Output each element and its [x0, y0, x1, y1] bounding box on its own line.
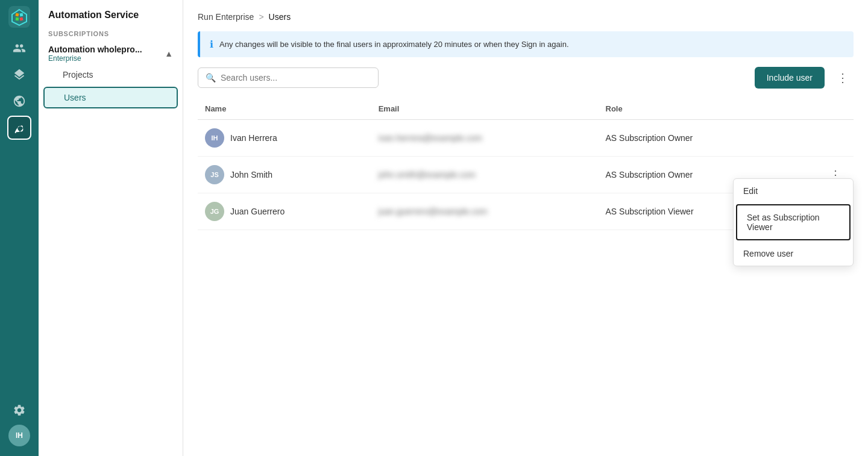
- search-box[interactable]: 🔍: [198, 67, 379, 88]
- breadcrumb-parent[interactable]: Run Enterprise: [198, 12, 254, 22]
- col-header-role: Role: [599, 98, 787, 120]
- col-header-email: Email: [371, 98, 599, 120]
- user-name-cell: JS John Smith: [198, 157, 371, 193]
- svg-rect-4: [16, 17, 19, 20]
- include-user-button[interactable]: Include user: [755, 67, 825, 89]
- nav-icon-cube[interactable]: [7, 116, 31, 140]
- user-name: John Smith: [230, 170, 272, 180]
- breadcrumb-separator: >: [259, 12, 263, 22]
- chevron-up-icon: ▲: [165, 49, 173, 58]
- users-table-container: Name Email Role IH Ivan Herrera: [183, 98, 868, 456]
- table-row: JS John Smith john.smith@example.com AS …: [198, 157, 854, 193]
- row-actions-cell: [787, 120, 854, 157]
- user-email-cell: juan.guerrero@example.com: [371, 193, 599, 230]
- user-name-cell: IH Ivan Herrera: [198, 120, 371, 157]
- search-icon: 🔍: [206, 73, 216, 83]
- user-name: Ivan Herrera: [230, 133, 277, 143]
- avatar: IH: [205, 128, 224, 148]
- user-email: ivan.herrera@example.com: [379, 133, 482, 143]
- sidebar-item-projects[interactable]: Projects: [43, 65, 178, 84]
- subscription-name: Automation wholepro...: [48, 45, 142, 54]
- nav-icon-settings[interactable]: [7, 398, 31, 422]
- info-icon: ℹ: [210, 39, 213, 50]
- avatar: JS: [205, 165, 224, 184]
- main-content: Run Enterprise > Users ℹ Any changes wil…: [183, 0, 868, 456]
- context-menu-remove-user[interactable]: Remove user: [734, 242, 853, 266]
- context-menu-set-subscription-viewer[interactable]: Set as Subscription Viewer: [736, 204, 851, 240]
- svg-rect-3: [20, 13, 24, 17]
- notice-text: Any changes will be visible to the final…: [219, 40, 569, 49]
- context-menu: Edit Set as Subscription Viewer Remove u…: [733, 178, 854, 266]
- row-actions-cell[interactable]: ⋮ Edit Set as Subscription Viewer Remove…: [787, 157, 854, 193]
- nav-icon-users[interactable]: [7, 36, 31, 60]
- col-header-name: Name: [198, 98, 371, 120]
- user-email-cell: ivan.herrera@example.com: [371, 120, 599, 157]
- sidebar-item-users[interactable]: Users: [43, 87, 178, 108]
- breadcrumb: Run Enterprise > Users: [183, 0, 868, 31]
- app-title: Automation Service: [39, 10, 183, 30]
- subscription-info: Automation wholepro... Enterprise: [48, 45, 142, 63]
- nav-rail: IH: [0, 0, 39, 456]
- user-email: john.smith@example.com: [379, 170, 476, 180]
- user-role-cell: AS Subscription Owner: [599, 120, 787, 157]
- context-menu-edit[interactable]: Edit: [734, 179, 853, 203]
- col-header-actions: [787, 98, 854, 120]
- app-logo[interactable]: [7, 5, 31, 29]
- sidebar: Automation Service SUBSCRIPTIONS Automat…: [39, 0, 183, 456]
- user-name: Juan Guerrero: [230, 207, 285, 216]
- notice-bar: ℹ Any changes will be visible to the fin…: [198, 31, 854, 57]
- subscription-type: Enterprise: [48, 54, 142, 63]
- toolbar: 🔍 Include user ⋮: [183, 67, 868, 98]
- nav-icon-globe[interactable]: [7, 89, 31, 113]
- avatar: JG: [205, 202, 224, 221]
- subscription-header[interactable]: Automation wholepro... Enterprise ▲: [39, 42, 183, 64]
- user-email: juan.guerrero@example.com: [379, 207, 488, 216]
- toolbar-right: Include user ⋮: [755, 67, 854, 89]
- user-name-cell: JG Juan Guerrero: [198, 193, 371, 230]
- user-avatar[interactable]: IH: [8, 425, 30, 446]
- user-email-cell: john.smith@example.com: [371, 157, 599, 193]
- users-table: Name Email Role IH Ivan Herrera: [198, 98, 854, 230]
- table-row: IH Ivan Herrera ivan.herrera@example.com…: [198, 120, 854, 157]
- toolbar-more-button[interactable]: ⋮: [832, 68, 854, 87]
- nav-icon-layers[interactable]: [7, 63, 31, 87]
- search-input[interactable]: [221, 73, 371, 83]
- subscriptions-section-label: SUBSCRIPTIONS: [39, 30, 183, 42]
- breadcrumb-current: Users: [269, 12, 291, 22]
